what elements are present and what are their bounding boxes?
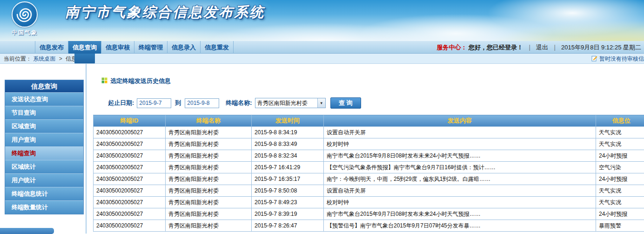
table-row[interactable]: 240305002005027 青秀区南阳新光村委 2015-9-7 16:35… [94, 173, 644, 185]
terminal-select-value: 青秀区南阳新光村委 [255, 99, 317, 107]
cell-send-time: 2015-9-8 8:33:49 [252, 138, 324, 150]
history-table: 终端ID 终端名称 发送时间 发送内容 信息位 240305002005027 … [93, 115, 644, 232]
memo-icon [591, 55, 597, 64]
audit-notice[interactable]: 暂时没有待审核信息 [591, 54, 644, 64]
logout-link[interactable]: 退出 [536, 44, 548, 51]
section-title: 选定终端发送历史信息 [110, 77, 171, 85]
col-header-send-time: 发送时间 [252, 115, 324, 127]
sidebar: 信息查询 发送状态查询 节目查询 区域查询 用户查询 终端查询 区域统计 用户统… [5, 80, 84, 214]
table-row[interactable]: 240305002005027 青秀区南阳新光村委 2015-9-7 16:41… [94, 162, 644, 173]
table-row[interactable]: 240305002005027 青秀区南阳新光村委 2015-9-7 8:50:… [94, 185, 644, 197]
sidebar-column: 信息查询 发送状态查询 节目查询 区域查询 用户查询 终端查询 区域统计 用户统… [0, 64, 86, 234]
sidebar-collapse-arrow[interactable] [86, 165, 87, 172]
query-button[interactable]: 查 询 [330, 97, 361, 109]
cell-terminal-id: 240305002005027 [94, 162, 166, 173]
col-header-send-content: 发送内容 [324, 115, 596, 127]
cell-send-time: 2015-9-7 16:35:17 [252, 173, 324, 185]
cell-terminal-name: 青秀区南阳新光村委 [166, 185, 252, 197]
terminal-select[interactable]: 青秀区南阳新光村委 ▼ [255, 98, 326, 108]
tab-terminal-manage[interactable]: 终端管理 [134, 41, 168, 54]
cell-info-position: 天气实况 [596, 138, 644, 150]
bottom-panel-strip [0, 228, 54, 234]
breadcrumb-bar: 当前位置： 系统桌面 > 信息查询 暂时没有待审核信息 [0, 54, 644, 64]
col-header-info-position: 信息位 [596, 115, 644, 127]
app-banner: 中国气象 南宁市气象综合信息发布系统 [0, 0, 644, 41]
cell-terminal-name: 青秀区南阳新光村委 [166, 208, 252, 220]
datetime-text: 2015年9月8日 9:12:25 星期二 [561, 44, 641, 51]
tab-info-publish[interactable]: 信息发布 [35, 41, 68, 54]
cell-send-content: 设置自动开关屏 [324, 185, 596, 197]
cell-terminal-name: 青秀区南阳新光村委 [166, 150, 252, 162]
filter-row: 起止日期: 到 终端名称: 青秀区南阳新光村委 ▼ 查 询 [108, 97, 644, 109]
cell-send-content: 校对时钟 [324, 197, 596, 208]
user-area: 服务中心： 您好，您已经登录！ ｜ 退出 ｜ 2015年9月8日 9:12:25… [436, 41, 641, 54]
cell-send-content: 校对时钟 [324, 138, 596, 150]
cma-logo: 中国气象 [10, 1, 39, 37]
breadcrumb-separator: > [59, 55, 62, 62]
table-row[interactable]: 240305002005027 青秀区南阳新光村委 2015-9-8 8:33:… [94, 138, 644, 150]
separator: ｜ [527, 44, 533, 51]
table-row[interactable]: 240305002005027 青秀区南阳新光村委 2015-9-8 8:32:… [94, 150, 644, 162]
cell-info-position: 天气实况 [596, 197, 644, 208]
cell-terminal-name: 青秀区南阳新光村委 [166, 220, 252, 232]
cell-terminal-name: 青秀区南阳新光村委 [166, 162, 252, 173]
date-from-input[interactable] [137, 98, 171, 108]
col-header-terminal-id: 终端ID [94, 115, 166, 127]
cell-send-content: 南宁市气象台2015年9月8日08时发布未来24小时天气预报…… [324, 150, 596, 162]
sidebar-item-region-query[interactable]: 区域查询 [5, 119, 83, 133]
app-title: 南宁市气象综合信息发布系统 [65, 3, 265, 22]
to-label: 到 [175, 99, 181, 107]
sidebar-item-terminal-info-stats[interactable]: 终端信息统计 [5, 187, 83, 200]
sidebar-item-terminal-query[interactable]: 终端查询 [5, 146, 83, 160]
sidebar-item-program-query[interactable]: 节目查询 [5, 106, 83, 119]
cell-terminal-name: 青秀区南阳新光村委 [166, 197, 252, 208]
sidebar-item-terminal-count-stats[interactable]: 终端数量统计 [5, 200, 83, 214]
cell-send-time: 2015-9-7 8:49:23 [252, 197, 324, 208]
grid-table-icon [101, 77, 107, 85]
app-window: 中国气象 南宁市气象综合信息发布系统 信息发布 信息查询 信息审核 终端管理 信… [0, 0, 644, 234]
separator: ｜ [552, 44, 558, 51]
sidebar-item-user-stats[interactable]: 用户统计 [5, 173, 83, 187]
cell-terminal-id: 240305002005027 [94, 138, 166, 150]
table-row[interactable]: 240305002005027 青秀区南阳新光村委 2015-9-8 8:34:… [94, 127, 644, 138]
cma-spiral-logo-icon [12, 1, 38, 28]
sidebar-header: 信息查询 [5, 80, 83, 92]
cell-info-position: 天气实况 [596, 127, 644, 138]
sidebar-item-send-status-query[interactable]: 发送状态查询 [5, 92, 83, 106]
cell-info-position: 24小时预报 [596, 150, 644, 162]
sidebar-item-region-stats[interactable]: 区域统计 [5, 160, 83, 173]
cell-terminal-id: 240305002005027 [94, 197, 166, 208]
tab-info-entry[interactable]: 信息录入 [168, 41, 201, 54]
tab-info-query[interactable]: 信息查询 [68, 41, 101, 54]
cell-terminal-id: 240305002005027 [94, 185, 166, 197]
breadcrumb-link-desktop[interactable]: 系统桌面 [33, 55, 55, 62]
cell-info-position: 暴雨预警 [596, 220, 644, 232]
cell-terminal-id: 240305002005027 [94, 150, 166, 162]
sidebar-item-user-query[interactable]: 用户查询 [5, 133, 83, 146]
table-row[interactable]: 240305002005027 青秀区南阳新光村委 2015-9-7 8:49:… [94, 197, 644, 208]
cell-terminal-name: 青秀区南阳新光村委 [166, 127, 252, 138]
cell-send-content: 南宁：今晚到明天，中雨，25到29度，偏东风1到2级。白露暗…… [324, 173, 596, 185]
audit-notice-text: 暂时没有待审核信息 [599, 55, 644, 62]
tab-info-resend[interactable]: 信息重发 [201, 41, 234, 54]
content-area: 信息查询 发送状态查询 节目查询 区域查询 用户查询 终端查询 区域统计 用户统… [0, 64, 644, 234]
table-header-row: 终端ID 终端名称 发送时间 发送内容 信息位 [94, 115, 644, 127]
table-row[interactable]: 240305002005027 青秀区南阳新光村委 2015-9-7 8:39:… [94, 208, 644, 220]
cell-info-position: 24小时预报 [596, 208, 644, 220]
cell-info-position: 24小时预报 [596, 173, 644, 185]
cell-terminal-id: 240305002005027 [94, 220, 166, 232]
cell-terminal-id: 240305002005027 [94, 208, 166, 220]
cell-terminal-name: 青秀区南阳新光村委 [166, 138, 252, 150]
cell-terminal-name: 青秀区南阳新光村委 [166, 173, 252, 185]
cell-terminal-id: 240305002005027 [94, 173, 166, 185]
cell-send-time: 2015-9-7 8:50:08 [252, 185, 324, 197]
tab-info-audit[interactable]: 信息审核 [101, 41, 134, 54]
table-row[interactable]: 240305002005027 青秀区南阳新光村委 2015-9-7 8:26:… [94, 220, 644, 232]
cell-terminal-id: 240305002005027 [94, 127, 166, 138]
cell-send-content: 【空气污染气象条件预报】南宁市气象台9月7日16时提供：预计…… [324, 162, 596, 173]
cell-send-time: 2015-9-8 8:32:34 [252, 150, 324, 162]
cell-info-position: 天气实况 [596, 185, 644, 197]
date-to-input[interactable] [185, 98, 219, 108]
cell-info-position: 空气污染 [596, 162, 644, 173]
cell-send-time: 2015-9-8 8:34:19 [252, 127, 324, 138]
